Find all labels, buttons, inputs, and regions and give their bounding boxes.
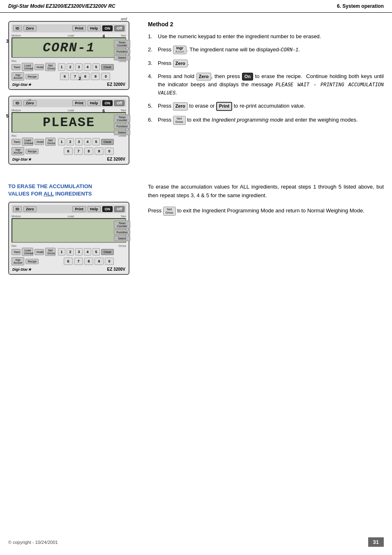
key2-5[interactable]: 5 [92, 138, 100, 145]
zero-inline-btn3: Zero [173, 102, 188, 110]
ingr-accum-key2[interactable]: IngrAccum [12, 147, 24, 155]
on-button2[interactable]: ON [102, 100, 113, 106]
tare-key2[interactable]: Tare [12, 139, 21, 145]
timer-counter-btn[interactable]: TimerCounter [114, 40, 130, 48]
device1-row1: Tare LoadUnload Hold NetGross 1 2 3 4 5 … [12, 63, 114, 71]
hold-key3[interactable]: Hold [35, 249, 44, 255]
key2-0[interactable]: 0 [105, 147, 114, 155]
off-button3[interactable]: Off [114, 206, 125, 212]
clear-key2[interactable]: Clear [101, 139, 114, 145]
load-unload-key3[interactable]: LoadUnload [22, 248, 33, 256]
clear-key3[interactable]: Clear [101, 249, 114, 255]
zero-button3[interactable]: Zero [23, 206, 37, 212]
key3-2[interactable]: 2 [67, 248, 74, 256]
device2-bottom: Digi-Star★ EZ 3200V [12, 157, 126, 161]
key2-7[interactable]: 7 [74, 147, 83, 155]
timer-counter-btn3[interactable]: TimerCounter [114, 221, 130, 229]
help-button[interactable]: Help [88, 25, 101, 31]
key3-6[interactable]: 6 [64, 258, 73, 265]
corn1-label: CORN-1 [281, 47, 298, 53]
key2-1[interactable]: 1 [58, 138, 65, 145]
key-2[interactable]: 2 [67, 63, 74, 71]
key2-6[interactable]: 6 [64, 147, 73, 155]
load-unload-key[interactable]: LoadUnload [22, 63, 33, 71]
step-list: 1. Use the numeric keypad to enter the i… [148, 32, 384, 125]
off-button[interactable]: Off [114, 25, 125, 31]
copyright-text: © copyright - 10/24/2001 [8, 540, 58, 545]
step-1: 1. Use the numeric keypad to enter the i… [148, 32, 384, 41]
key3-0[interactable]: 0 [105, 258, 114, 265]
select-btn2[interactable]: Select [114, 130, 130, 135]
bottom-left: TO ERASE THE ACCUMULATION VALUES FOR ALL… [8, 183, 136, 281]
hold-key2[interactable]: Hold [35, 139, 44, 145]
net-gross-key2[interactable]: NetGross [45, 138, 55, 146]
on-inline-btn: On [242, 73, 253, 81]
timer-counter-btn2[interactable]: TimerCounter [114, 115, 130, 123]
id-button[interactable]: ID [13, 25, 22, 31]
print-button3[interactable]: Print [72, 206, 86, 212]
print-inline-btn: Print [216, 102, 232, 111]
key-6[interactable]: 6 [60, 73, 69, 80]
ingr-accum-key3[interactable]: IngrAccum [12, 257, 24, 265]
ingr-accum-key[interactable]: IngrAccum [12, 72, 24, 81]
recipe-key[interactable]: Recipe [25, 74, 39, 79]
key-0[interactable]: 0 [101, 73, 110, 80]
select-btn3[interactable]: Select [114, 236, 130, 241]
annotation-2-d1: 2 [78, 76, 81, 81]
id-button3[interactable]: ID [13, 206, 22, 212]
device2-screen: PLEASE TimerCounter Function Select 5 6 [12, 112, 126, 133]
erase-all-body: To erase the accumulation values for ALL… [148, 183, 384, 200]
device2-row2: IngrAccum Recipe 6 7 8 9 0 [12, 147, 114, 155]
key2-4[interactable]: 4 [84, 138, 91, 145]
clear-key[interactable]: Clear [101, 64, 114, 70]
key-9[interactable]: 9 [91, 73, 100, 80]
print-button2[interactable]: Print [72, 100, 86, 106]
key-4[interactable]: 4 [84, 63, 91, 71]
hold-key[interactable]: Hold [35, 64, 44, 70]
right-column: Method 2 1. Use the numeric keypad to en… [144, 21, 384, 170]
step-5-num: 5. [148, 102, 154, 111]
recipe-key3[interactable]: Recipe [25, 259, 39, 264]
id-button2[interactable]: ID [13, 100, 22, 106]
on-button3[interactable]: ON [102, 206, 113, 212]
key3-8[interactable]: 8 [84, 258, 93, 265]
key3-7[interactable]: 7 [74, 258, 83, 265]
key2-8[interactable]: 8 [84, 147, 93, 155]
key-5[interactable]: 5 [92, 63, 100, 71]
step-5: 5. Press Zero to erase or Print to re-pr… [148, 102, 384, 111]
key3-4[interactable]: 4 [84, 248, 91, 256]
help-button2[interactable]: Help [88, 100, 101, 106]
key2-2[interactable]: 2 [67, 138, 74, 145]
function-btn[interactable]: Function [114, 49, 130, 54]
tare-key3[interactable]: Tare [12, 249, 21, 255]
load-unload-key2[interactable]: LoadUnload [22, 138, 33, 146]
key-8[interactable]: 8 [81, 73, 90, 80]
function-btn2[interactable]: Function [114, 124, 130, 129]
page-number: 31 [368, 537, 384, 547]
device2-gross-label: Rec Gross [12, 134, 126, 137]
key2-9[interactable]: 9 [95, 147, 104, 155]
net-gross-inline-btn2: NetGross [163, 207, 176, 216]
key3-1[interactable]: 1 [58, 248, 65, 256]
key-1[interactable]: 1 [58, 63, 65, 71]
device1-gross-label: Rec Gross [12, 60, 126, 62]
header-right: 6. System operation [337, 3, 384, 9]
key3-3[interactable]: 3 [75, 248, 83, 256]
print-button[interactable]: Print [72, 25, 86, 31]
key-3[interactable]: 3 [75, 63, 83, 71]
function-btn3[interactable]: Function [114, 230, 130, 235]
key3-5[interactable]: 5 [92, 248, 100, 256]
net-gross-key3[interactable]: NetGross [45, 248, 55, 256]
tare-key[interactable]: Tare [12, 64, 21, 70]
key-7[interactable]: 7 [70, 73, 79, 80]
key2-3[interactable]: 3 [75, 138, 83, 145]
zero-button-top[interactable]: Zero [23, 25, 37, 31]
select-btn[interactable]: Select [114, 55, 130, 60]
off-button2[interactable]: Off [114, 100, 125, 106]
on-button[interactable]: ON [102, 25, 113, 31]
help-button3[interactable]: Help [88, 206, 101, 212]
key3-9[interactable]: 9 [95, 258, 104, 265]
net-gross-key[interactable]: NetGross [45, 63, 55, 71]
recipe-key2[interactable]: Recipe [25, 149, 39, 154]
annotation-3: 3 [6, 39, 9, 44]
